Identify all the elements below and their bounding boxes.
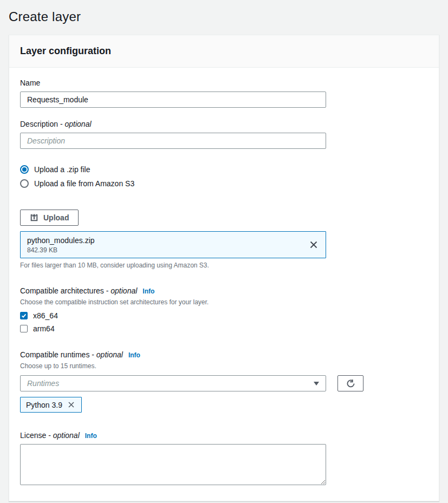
architectures-description: Choose the compatible instruction set ar… [20, 298, 428, 306]
checkbox-row-arm64[interactable]: arm64 [20, 324, 428, 333]
checkbox-arm64-label: arm64 [33, 324, 55, 333]
runtimes-optional-text: optional [96, 350, 123, 359]
description-label-text: Description - [20, 120, 63, 128]
radio-s3-icon[interactable] [20, 179, 29, 188]
architectures-label-text: Compatible architectures - [20, 286, 108, 295]
file-size: 842.39 KB [27, 246, 95, 254]
radio-s3-label: Upload a file from Amazon S3 [34, 179, 134, 188]
checkbox-row-x86[interactable]: x86_64 [20, 311, 428, 320]
checkbox-x86-icon[interactable] [20, 312, 28, 319]
panel-header: Layer configuration [9, 35, 439, 68]
description-optional-text: optional [64, 120, 91, 128]
runtimes-select-placeholder: Runtimes [27, 379, 59, 388]
architectures-label: Compatible architectures - optionalInfo [20, 286, 428, 295]
upload-button-label: Upload [43, 213, 69, 222]
radio-option-s3[interactable]: Upload a file from Amazon S3 [20, 179, 428, 188]
runtimes-description: Choose up to 15 runtimes. [20, 362, 428, 370]
checkbox-arm64-icon[interactable] [20, 325, 28, 332]
description-input[interactable] [20, 133, 326, 149]
license-label-text: License - [20, 431, 51, 440]
runtime-token-label: Python 3.9 [26, 401, 62, 409]
radio-zip-label: Upload a .zip file [34, 165, 90, 174]
layer-configuration-panel: Layer configuration Name Description - o… [9, 35, 439, 501]
refresh-runtimes-button[interactable] [337, 375, 363, 391]
upload-button[interactable]: Upload [20, 210, 79, 226]
architectures-section: Compatible architectures - optionalInfo … [20, 286, 428, 333]
close-icon [68, 401, 75, 408]
upload-icon [30, 213, 38, 222]
upload-source-radio-group: Upload a .zip file Upload a file from Am… [20, 165, 428, 188]
runtime-token-python39: Python 3.9 [20, 397, 82, 413]
file-size-hint: For files larger than 10 MB, consider up… [20, 262, 428, 269]
checkbox-x86-label: x86_64 [33, 311, 58, 320]
runtimes-label-text: Compatible runtimes - [20, 350, 94, 359]
runtimes-label: Compatible runtimes - optionalInfo [20, 350, 428, 359]
description-field-group: Description - optional [20, 120, 428, 149]
selected-file-box: python_modules.zip 842.39 KB [20, 231, 326, 258]
radio-option-zip[interactable]: Upload a .zip file [20, 165, 428, 174]
chevron-down-icon [314, 382, 319, 386]
license-info-link[interactable]: Info [85, 432, 97, 440]
remove-runtime-button[interactable] [67, 400, 76, 409]
description-label: Description - optional [20, 120, 428, 128]
runtimes-info-link[interactable]: Info [128, 351, 140, 359]
license-section: License - optionalInfo [20, 431, 428, 487]
refresh-icon [346, 379, 355, 388]
runtimes-select-row: Runtimes [20, 375, 428, 391]
page-title: Create layer [0, 0, 448, 35]
license-optional-text: optional [53, 431, 80, 440]
architectures-info-link[interactable]: Info [142, 288, 154, 295]
runtimes-section: Compatible runtimes - optionalInfo Choos… [20, 350, 428, 413]
name-input[interactable] [20, 92, 326, 108]
radio-zip-icon[interactable] [20, 165, 29, 174]
remove-file-button[interactable] [308, 239, 319, 250]
license-textarea[interactable] [20, 444, 326, 485]
name-field-group: Name [20, 79, 428, 108]
runtimes-select[interactable]: Runtimes [20, 375, 326, 391]
file-info: python_modules.zip 842.39 KB [27, 236, 95, 254]
license-label: License - optionalInfo [20, 431, 428, 440]
architectures-optional-text: optional [111, 286, 137, 295]
file-name: python_modules.zip [27, 236, 95, 245]
close-icon [309, 240, 318, 249]
name-label: Name [20, 79, 428, 87]
panel-body: Name Description - optional Upload a .zi… [9, 68, 439, 501]
